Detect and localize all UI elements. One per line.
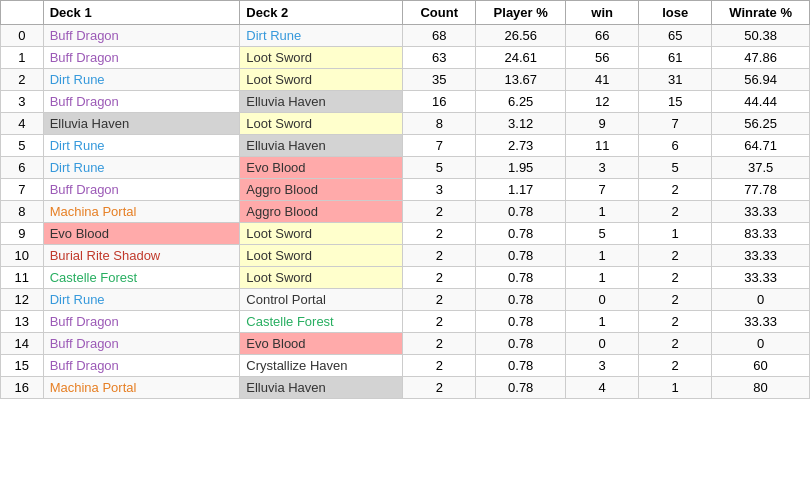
cell-win: 5 [566,223,639,245]
cell-win: 1 [566,245,639,267]
cell-win: 3 [566,157,639,179]
table-row: 15Buff DragonCrystallize Haven20.783260 [1,355,810,377]
table-row: 7Buff DragonAggro Blood31.177277.78 [1,179,810,201]
cell-deck1: Evo Blood [43,223,240,245]
cell-index: 4 [1,113,44,135]
table-row: 13Buff DragonCastelle Forest20.781233.33 [1,311,810,333]
cell-count: 2 [403,377,476,399]
cell-winrate: 33.33 [712,201,810,223]
cell-count: 68 [403,25,476,47]
cell-count: 5 [403,157,476,179]
cell-playerp: 1.95 [476,157,566,179]
table-row: 10Burial Rite ShadowLoot Sword20.781233.… [1,245,810,267]
cell-lose: 5 [639,157,712,179]
cell-deck2: Aggro Blood [240,201,403,223]
cell-deck2: Loot Sword [240,69,403,91]
cell-playerp: 13.67 [476,69,566,91]
cell-lose: 6 [639,135,712,157]
header-deck2: Deck 2 [240,1,403,25]
header-winrate: Winrate % [712,1,810,25]
cell-lose: 2 [639,267,712,289]
cell-deck2: Evo Blood [240,157,403,179]
cell-winrate: 83.33 [712,223,810,245]
cell-deck1: Castelle Forest [43,267,240,289]
cell-lose: 2 [639,289,712,311]
cell-deck2: Loot Sword [240,47,403,69]
header-playerp: Player % [476,1,566,25]
cell-lose: 31 [639,69,712,91]
header-index [1,1,44,25]
cell-win: 66 [566,25,639,47]
cell-deck2: Elluvia Haven [240,377,403,399]
table-row: 3Buff DragonElluvia Haven166.25121544.44 [1,91,810,113]
cell-count: 2 [403,223,476,245]
table-row: 11Castelle ForestLoot Sword20.781233.33 [1,267,810,289]
cell-win: 12 [566,91,639,113]
cell-index: 2 [1,69,44,91]
cell-deck2: Loot Sword [240,267,403,289]
cell-playerp: 0.78 [476,201,566,223]
cell-winrate: 56.25 [712,113,810,135]
table-row: 12Dirt RuneControl Portal20.78020 [1,289,810,311]
cell-deck2: Loot Sword [240,223,403,245]
cell-playerp: 26.56 [476,25,566,47]
cell-lose: 2 [639,333,712,355]
cell-playerp: 0.78 [476,311,566,333]
cell-deck2: Loot Sword [240,113,403,135]
cell-deck1: Buff Dragon [43,333,240,355]
cell-playerp: 0.78 [476,289,566,311]
cell-winrate: 56.94 [712,69,810,91]
cell-win: 0 [566,333,639,355]
cell-deck2: Castelle Forest [240,311,403,333]
cell-lose: 15 [639,91,712,113]
cell-count: 2 [403,201,476,223]
cell-winrate: 44.44 [712,91,810,113]
cell-playerp: 0.78 [476,333,566,355]
cell-index: 10 [1,245,44,267]
cell-win: 1 [566,311,639,333]
cell-deck1: Buff Dragon [43,91,240,113]
cell-index: 13 [1,311,44,333]
table-row: 5Dirt RuneElluvia Haven72.7311664.71 [1,135,810,157]
cell-deck1: Machina Portal [43,377,240,399]
cell-count: 3 [403,179,476,201]
cell-index: 16 [1,377,44,399]
cell-index: 15 [1,355,44,377]
cell-index: 9 [1,223,44,245]
cell-count: 2 [403,245,476,267]
cell-count: 2 [403,333,476,355]
cell-lose: 2 [639,245,712,267]
cell-playerp: 3.12 [476,113,566,135]
cell-deck2: Loot Sword [240,245,403,267]
cell-winrate: 60 [712,355,810,377]
cell-win: 11 [566,135,639,157]
cell-win: 7 [566,179,639,201]
header-win: win [566,1,639,25]
cell-count: 8 [403,113,476,135]
cell-winrate: 64.71 [712,135,810,157]
cell-playerp: 0.78 [476,245,566,267]
cell-win: 1 [566,201,639,223]
cell-deck2: Crystallize Haven [240,355,403,377]
cell-win: 9 [566,113,639,135]
cell-deck1: Dirt Rune [43,289,240,311]
cell-winrate: 0 [712,333,810,355]
cell-deck2: Control Portal [240,289,403,311]
cell-deck1: Dirt Rune [43,69,240,91]
cell-index: 0 [1,25,44,47]
cell-playerp: 24.61 [476,47,566,69]
cell-win: 3 [566,355,639,377]
cell-deck1: Machina Portal [43,201,240,223]
cell-win: 41 [566,69,639,91]
cell-deck1: Buff Dragon [43,47,240,69]
table-row: 14Buff DragonEvo Blood20.78020 [1,333,810,355]
header-deck1: Deck 1 [43,1,240,25]
cell-win: 0 [566,289,639,311]
table-row: 0Buff DragonDirt Rune6826.56666550.38 [1,25,810,47]
cell-count: 16 [403,91,476,113]
cell-lose: 2 [639,201,712,223]
cell-count: 35 [403,69,476,91]
cell-deck1: Buff Dragon [43,355,240,377]
cell-count: 2 [403,311,476,333]
cell-lose: 2 [639,355,712,377]
